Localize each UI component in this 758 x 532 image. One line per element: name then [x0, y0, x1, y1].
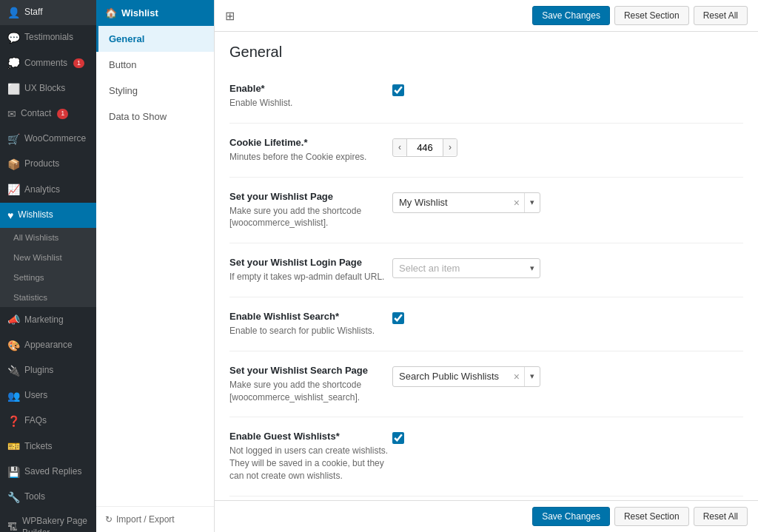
form-label-login-page: Set your Wishlist Login Page	[229, 257, 392, 268]
select-placeholder-login-page: Select an item	[393, 259, 525, 277]
top-bar: ⊞ Save Changes Reset Section Reset All	[215, 0, 758, 32]
reset-section-bottom-button[interactable]: Reset Section	[614, 507, 689, 526]
sidebar-sub-label-all-wishlists: All Wishlists	[13, 232, 58, 243]
sidebar-icon-testimonials: 💬	[7, 31, 20, 44]
sidebar-icon-tools: 🔧	[7, 491, 20, 504]
sidebar-item-products[interactable]: 📦Products	[0, 152, 96, 177]
form-control-col-search-page: Search Public Wishlists×▾	[392, 365, 743, 387]
sidebar-sub-label-new-wishlist: New Wishlist	[13, 252, 62, 263]
sidebar-item-saved-replies[interactable]: 💾Saved Replies	[0, 459, 96, 485]
sidebar-sub-label-statistics: Statistics	[13, 292, 47, 303]
form-control-col-enable	[392, 83, 743, 96]
sidebar-icon-analytics: 📈	[7, 183, 20, 196]
import-export-label: Import / Export	[116, 514, 175, 525]
checkbox-guest-wishlists[interactable]	[392, 432, 404, 444]
form-label-col-cookie-lifetime: Cookie Lifetime.*Minutes before the Cook…	[229, 137, 392, 164]
select-value-search-page: Search Public Wishlists	[393, 367, 509, 385]
form-label-col-enable: Enable*Enable Wishlist.	[229, 83, 392, 110]
sidebar-sub-label-settings-sub: Settings	[13, 272, 44, 283]
sidebar-sub-item-statistics[interactable]: Statistics	[0, 288, 96, 308]
sidebar-label-users: Users	[24, 390, 47, 402]
nav-tab-general[interactable]: General	[96, 26, 214, 52]
sidebar-item-tools[interactable]: 🔧Tools	[0, 485, 96, 510]
form-label-cookie-lifetime: Cookie Lifetime.*	[229, 137, 392, 148]
form-label-col-guest-wishlists: Enable Guest Wishlists*Not logged in use…	[229, 431, 392, 482]
sidebar-label-saved-replies: Saved Replies	[24, 466, 81, 478]
sidebar-item-analytics[interactable]: 📈Analytics	[0, 177, 96, 202]
form-row-login-page: Set your Wishlist Login PageIf empty it …	[229, 243, 743, 297]
form-rows-container: Enable*Enable Wishlist.Cookie Lifetime.*…	[229, 70, 743, 500]
nav-tab-data-to-show[interactable]: Data to Show	[96, 104, 214, 129]
sidebar-sub-item-new-wishlist[interactable]: New Wishlist	[0, 248, 96, 268]
select-clear-search-page[interactable]: ×	[509, 367, 525, 386]
import-export-link[interactable]: ↻ Import / Export	[96, 506, 214, 532]
stepper-increase-cookie-lifetime[interactable]: ›	[443, 139, 457, 155]
sidebar-item-woocommerce[interactable]: 🛒WooCommerce	[0, 127, 96, 152]
form-row-cookie-lifetime: Cookie Lifetime.*Minutes before the Cook…	[229, 124, 743, 178]
sidebar-icon-appearance: 🎨	[7, 339, 20, 352]
form-row-guest-wishlists: Enable Guest Wishlists*Not logged in use…	[229, 417, 743, 496]
form-label-col-login-page: Set your Wishlist Login PageIf empty it …	[229, 257, 392, 283]
reset-section-top-button[interactable]: Reset Section	[614, 6, 689, 25]
refresh-icon: ↻	[105, 514, 113, 525]
nav-tab-button[interactable]: Button	[96, 52, 214, 78]
section-title: General	[229, 32, 743, 70]
sidebar-item-staff[interactable]: 👤Staff	[0, 0, 96, 25]
sidebar-item-faqs[interactable]: ❓FAQs	[0, 408, 96, 434]
save-changes-top-button[interactable]: Save Changes	[532, 6, 610, 25]
sidebar-icon-faqs: ❓	[7, 414, 20, 428]
select-wishlist-page[interactable]: My Wishlist×▾	[392, 192, 540, 213]
sidebar-item-ux-blocks[interactable]: ⬜UX Blocks	[0, 76, 96, 101]
sidebar-item-wpbakery[interactable]: 🏗WPBakery Page Builder	[0, 510, 96, 532]
form-control-col-guest-wishlists	[392, 431, 743, 444]
sidebar-icon-wpbakery: 🏗	[7, 520, 18, 532]
sidebar-label-appearance: Appearance	[24, 340, 73, 351]
sidebar-icon-users: 👥	[7, 389, 20, 403]
sidebar-item-marketing[interactable]: 📣Marketing	[0, 307, 96, 332]
wishlist-header: 🏠 Wishlist	[96, 0, 214, 26]
select-arrow-search-page: ▾	[525, 368, 540, 385]
right-content: ⊞ Save Changes Reset Section Reset All G…	[215, 0, 758, 532]
badge-contact: 1	[57, 109, 68, 119]
sidebar-icon-woocommerce: 🛒	[7, 132, 20, 146]
checkbox-enable[interactable]	[392, 84, 404, 96]
sidebar-item-plugins[interactable]: 🔌Plugins	[0, 358, 96, 383]
form-control-col-login-page: Select an item▾	[392, 257, 743, 278]
select-login-page[interactable]: Select an item▾	[392, 258, 540, 278]
sidebar-item-users[interactable]: 👥Users	[0, 383, 96, 408]
bottom-bar: Save Changes Reset Section Reset All	[215, 500, 758, 532]
form-desc-wishlist-page: Make sure you add the shortcode [woocomm…	[229, 205, 392, 230]
sidebar-label-wpbakery: WPBakery Page Builder	[22, 516, 89, 532]
select-search-page[interactable]: Search Public Wishlists×▾	[392, 366, 540, 387]
sidebar-item-testimonials[interactable]: 💬Testimonials	[0, 25, 96, 50]
wishlist-header-label: Wishlist	[121, 7, 158, 18]
form-label-col-search-page: Set your Wishlist Search PageMake sure y…	[229, 365, 392, 404]
sidebar-label-tools: Tools	[24, 491, 45, 503]
save-changes-bottom-button[interactable]: Save Changes	[532, 507, 610, 526]
sidebar-item-contact[interactable]: ✉Contact1	[0, 101, 96, 127]
form-label-col-wishlist-page: Set your Wishlist PageMake sure you add …	[229, 191, 392, 230]
sidebar-item-wishlists[interactable]: ♥Wishlists	[0, 203, 96, 228]
sidebar-label-plugins: Plugins	[24, 365, 53, 377]
sidebar-label-contact: Contact	[21, 108, 51, 120]
form-area: General Enable*Enable Wishlist.Cookie Li…	[215, 32, 758, 500]
checkbox-wishlist-search[interactable]	[392, 312, 404, 324]
stepper-decrease-cookie-lifetime[interactable]: ‹	[393, 139, 406, 155]
sidebar-item-appearance[interactable]: 🎨Appearance	[0, 333, 96, 358]
sidebar-label-testimonials: Testimonials	[24, 32, 73, 44]
home-icon: 🏠	[105, 7, 117, 18]
sidebar-sub-item-all-wishlists[interactable]: All Wishlists	[0, 228, 96, 248]
reset-all-top-button[interactable]: Reset All	[694, 6, 748, 25]
form-label-wishlist-search: Enable Wishlist Search*	[229, 311, 392, 322]
sidebar-label-products: Products	[24, 158, 59, 170]
sidebar-item-comments[interactable]: 💭Comments1	[0, 50, 96, 75]
sidebar-item-tickets[interactable]: 🎫Tickets	[0, 434, 96, 459]
nav-tab-styling[interactable]: Styling	[96, 78, 214, 104]
select-clear-wishlist-page[interactable]: ×	[509, 193, 525, 212]
nav-tabs-container: GeneralButtonStylingData to Show	[96, 26, 214, 129]
reset-all-bottom-button[interactable]: Reset All	[694, 507, 748, 526]
stepper-input-cookie-lifetime[interactable]	[406, 139, 443, 156]
sidebar-label-wishlists: Wishlists	[18, 209, 53, 221]
form-label-wishlist-page: Set your Wishlist Page	[229, 191, 392, 202]
sidebar-sub-item-settings-sub[interactable]: Settings	[0, 268, 96, 288]
